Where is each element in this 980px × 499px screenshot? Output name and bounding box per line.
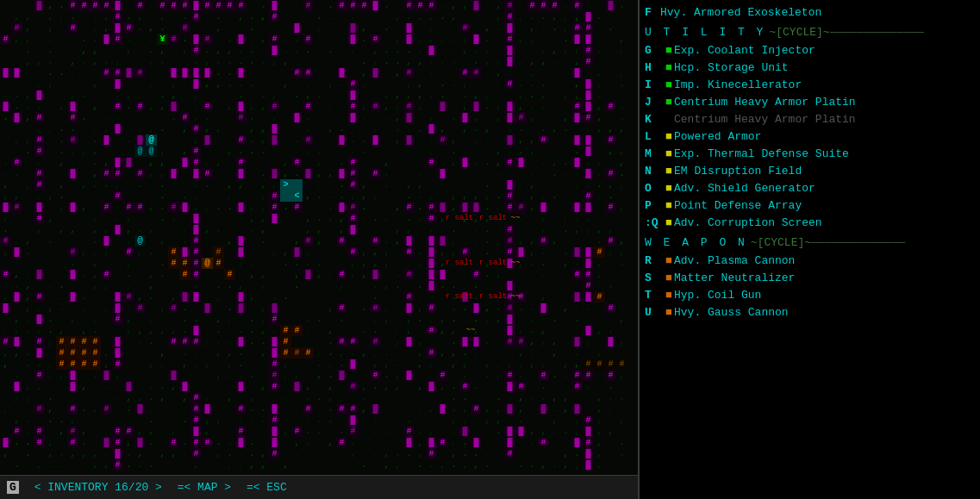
utility-item-9[interactable]: P ■ Point Defense Array (645, 196, 975, 214)
item-dot: ■ (664, 216, 674, 229)
utility-item-4[interactable]: K Centrium Heavy Armor Platin (645, 110, 975, 128)
weapon-item-0[interactable]: R ■ Adv. Plasma Cannon (645, 252, 975, 269)
weapon-item-2[interactable]: T ■ Hyp. Coil Gun (645, 286, 975, 303)
header-key: F (645, 6, 660, 19)
utility-section-header: U T I L I T Y ~[CYCLE]~ ―――――――――――――― (645, 22, 975, 41)
utility-item-6[interactable]: M ■ Exp. Thermal Defense Suite (645, 145, 975, 162)
item-key: R (645, 254, 664, 267)
item-dot: ■ (664, 306, 674, 319)
item-key: N (645, 165, 664, 178)
item-key: K (645, 113, 664, 126)
map-area[interactable]: G < INVENTORY 16/20 > =< MAP > =< ESC (0, 0, 638, 499)
game-container: G < INVENTORY 16/20 > =< MAP > =< ESC F … (0, 0, 980, 499)
item-name: Hcp. Storage Unit (674, 61, 789, 74)
item-name: Exp. Coolant Injector (674, 44, 815, 57)
item-dot: ■ (664, 130, 674, 143)
item-key: G (645, 44, 664, 57)
item-dot: ■ (664, 44, 674, 57)
item-dot: ■ (664, 96, 674, 109)
player-indicator: G (7, 481, 19, 494)
item-name: Adv. Shield Generator (674, 182, 815, 195)
item-key: O (645, 182, 664, 195)
item-name: Imp. Kinecellerator (674, 78, 802, 91)
weapon-item-3[interactable]: U ■ Hvy. Gauss Cannon (645, 303, 975, 321)
item-key: H (645, 61, 664, 74)
inventory-label[interactable]: < INVENTORY 16/20 > (34, 481, 162, 494)
sidebar: F Hvy. Armored Exoskeleton U T I L I T Y… (638, 0, 980, 499)
esc-label[interactable]: =< ESC (247, 481, 287, 494)
utility-item-7[interactable]: N ■ EM Disruption Field (645, 162, 975, 179)
map-label[interactable]: =< MAP > (178, 481, 231, 494)
weapon-label: W E A P O N (645, 236, 747, 249)
item-dot: ■ (664, 61, 674, 74)
weapon-section-header: W E A P O N ~[CYCLE]~ ―――――――――――――― (645, 233, 975, 252)
weapon-divider: ―――――――――――――― (811, 236, 975, 249)
item-dot: ■ (664, 165, 674, 178)
item-key: :Q (645, 216, 664, 229)
item-key: U (645, 306, 664, 319)
utility-divider: ―――――――――――――― (830, 26, 975, 39)
item-dot: ■ (664, 78, 674, 91)
utility-item-5[interactable]: L ■ Powered Armor (645, 128, 975, 145)
weapon-cycle-tag: ~[CYCLE]~ (751, 236, 811, 249)
item-dot: ■ (664, 199, 674, 212)
utility-cycle-tag: ~[CYCLE]~ (769, 26, 829, 39)
item-key: P (645, 199, 664, 212)
item-name: Centrium Heavy Armor Platin (674, 113, 856, 126)
item-name: Matter Neutralizer (674, 271, 795, 284)
bottom-map-label: G < INVENTORY 16/20 > =< MAP > =< ESC (7, 481, 287, 494)
item-dot: ■ (664, 147, 674, 160)
header-item: F Hvy. Armored Exoskeleton (645, 3, 975, 21)
item-key: I (645, 78, 664, 91)
utility-label: U T I L I T Y (645, 26, 765, 39)
utility-item-8[interactable]: O ■ Adv. Shield Generator (645, 179, 975, 196)
item-name: Exp. Thermal Defense Suite (674, 147, 849, 160)
item-name: Centrium Heavy Armor Platin (674, 96, 856, 109)
item-key: J (645, 96, 664, 109)
item-key: S (645, 271, 664, 284)
item-name: Hyp. Coil Gun (674, 289, 761, 302)
item-dot: ■ (664, 254, 674, 267)
item-key: T (645, 289, 664, 302)
item-key: L (645, 130, 664, 143)
utility-items: G ■ Exp. Coolant Injector H ■ Hcp. Stora… (645, 41, 975, 231)
item-name: Powered Armor (674, 130, 761, 143)
weapon-item-1[interactable]: S ■ Matter Neutralizer (645, 269, 975, 286)
utility-item-10[interactable]: :Q ■ Adv. Corruption Screen (645, 214, 975, 231)
item-name: Adv. Plasma Cannon (674, 254, 795, 267)
item-dot: ■ (664, 289, 674, 302)
item-dot: ■ (664, 271, 674, 284)
item-key: M (645, 147, 664, 160)
item-name: Hvy. Gauss Cannon (674, 306, 789, 319)
item-name: Adv. Corruption Screen (674, 216, 822, 229)
utility-item-2[interactable]: I ■ Imp. Kinecellerator (645, 76, 975, 93)
header-item-name: Hvy. Armored Exoskeleton (660, 6, 821, 19)
utility-item-3[interactable]: J ■ Centrium Heavy Armor Platin (645, 93, 975, 110)
item-name: Point Defense Array (674, 199, 802, 212)
item-name: EM Disruption Field (674, 165, 802, 178)
item-dot: ■ (664, 182, 674, 195)
weapon-items: R ■ Adv. Plasma Cannon S ■ Matter Neutra… (645, 252, 975, 321)
utility-item-0[interactable]: G ■ Exp. Coolant Injector (645, 41, 975, 59)
utility-item-1[interactable]: H ■ Hcp. Storage Unit (645, 59, 975, 76)
